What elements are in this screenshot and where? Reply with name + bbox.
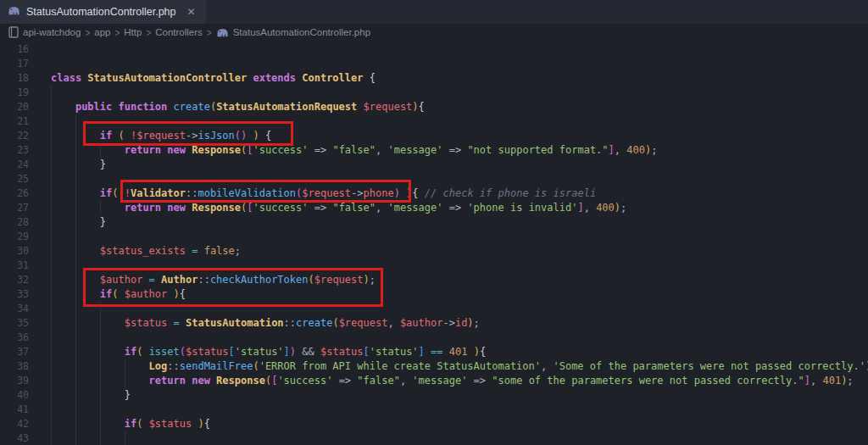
line-number[interactable]: 26 [0,186,51,201]
code-line[interactable]: 26 if( !Validator::mobileValidation($req… [0,186,868,201]
code-line[interactable]: 39 return new Response(['success' => "fa… [0,374,868,388]
breadcrumb-item-app[interactable]: app [94,27,110,37]
close-icon[interactable]: ✕ [187,6,196,18]
indent-guide [51,100,52,114]
line-number[interactable]: 41 [0,403,51,417]
line-number[interactable]: 40 [0,388,51,403]
code-text: return new Response(['success' => "false… [51,201,868,215]
indent-guide [51,244,52,259]
code-line[interactable]: 31 [0,259,868,273]
code-line[interactable]: 28 } [0,215,868,230]
code-line[interactable]: 42 if( $status ){ [0,417,868,431]
breadcrumb: api-watchdog>app>Http>Controllers> Statu… [0,24,868,41]
code-line[interactable]: 38 Log::sendMailFree('ERROR from API whi… [0,359,868,374]
breadcrumb-item-controllers[interactable]: Controllers [155,27,203,37]
code-line[interactable]: 41 [0,403,868,417]
code-line[interactable]: 37 if( isset($status['status']) && $stat… [0,345,868,359]
code-text: } [51,215,868,230]
code-line[interactable]: 24 } [0,158,868,172]
breadcrumb-separator: > [85,26,90,38]
indent-guide [51,172,52,186]
tab-statusautomationcontroller[interactable]: StatusAutomationController.php ✕ [0,0,206,24]
code-line[interactable]: 22 if ( !$request->isJson() ) { [0,129,868,143]
code-line[interactable]: 25 [0,172,868,186]
line-number[interactable]: 42 [0,417,51,431]
code-text: $status = StatusAutomation::create($requ… [51,316,868,331]
line-number[interactable]: 39 [0,374,51,388]
line-number[interactable]: 29 [0,230,51,244]
code-line[interactable]: 35 $status = StatusAutomation::create($r… [0,316,868,331]
code-line[interactable]: 34 [0,302,868,316]
code-line[interactable]: 29 [0,230,868,244]
indent-guide [125,374,125,388]
indent-guide [51,186,52,201]
line-number[interactable]: 21 [0,114,51,129]
line-number[interactable]: 28 [0,215,51,230]
indent-guide [75,186,76,201]
code-line[interactable]: 27 return new Response(['success' => "fa… [0,201,868,215]
line-number[interactable]: 35 [0,316,51,331]
indent-guide [100,316,101,331]
code-line[interactable]: 40 } [0,388,868,403]
code-line[interactable]: 43 [0,431,868,445]
line-number[interactable]: 34 [0,302,51,316]
line-number[interactable]: 18 [0,71,51,86]
indent-guide [75,259,76,273]
indent-guide [100,143,101,158]
line-number[interactable]: 22 [0,129,51,143]
line-number[interactable]: 30 [0,244,51,259]
indent-guide [51,302,52,316]
code-text: if( !Validator::mobileValidation($reques… [51,186,868,201]
line-number[interactable]: 33 [0,287,51,302]
line-number[interactable]: 23 [0,143,51,158]
code-line[interactable]: 16 [0,42,868,57]
indent-guide [100,345,101,359]
code-text [51,172,868,186]
code-line[interactable]: 36 [0,331,868,345]
code-line[interactable]: 17 [0,57,868,71]
php-elephant-icon [216,26,229,39]
code-text: $author = Author::checkAuthorToken($requ… [51,273,868,287]
indent-guide [51,388,52,403]
code-text: return new Response(['success' => "false… [51,374,868,388]
code-text [51,57,868,71]
code-editor[interactable]: 161718class StatusAutomationController e… [0,41,868,445]
line-number[interactable]: 36 [0,331,51,345]
code-line[interactable]: 18class StatusAutomationController exten… [0,71,868,86]
line-number[interactable]: 24 [0,158,51,172]
code-text: } [51,158,868,172]
line-number[interactable]: 43 [0,431,51,445]
line-number[interactable]: 27 [0,201,51,215]
indent-guide [51,316,52,331]
code-text [51,331,868,345]
code-line[interactable]: 23 return new Response(['success' => "fa… [0,143,868,158]
line-number[interactable]: 32 [0,273,51,287]
breadcrumb-item-api-watchdog[interactable]: api-watchdog [23,27,81,37]
code-line[interactable]: 32 $author = Author::checkAuthorToken($r… [0,273,868,287]
indent-guide [100,359,101,374]
line-number[interactable]: 19 [0,86,51,100]
indent-guide [51,259,52,273]
code-text: if( $author ){ [51,287,868,302]
code-line[interactable]: 33 if( $author ){ [0,287,868,302]
line-number[interactable]: 16 [0,42,51,57]
breadcrumb-item-statusautomationcontroller-php[interactable]: StatusAutomationController.php [233,27,370,37]
line-number[interactable]: 37 [0,345,51,359]
breadcrumb-item-http[interactable]: Http [124,27,142,37]
indent-guide [51,345,52,359]
indent-guide [75,215,76,230]
code-line[interactable]: 20 public function create(StatusAutomati… [0,100,868,114]
line-number[interactable]: 20 [0,100,51,114]
indent-guide [51,417,52,431]
code-text [51,114,868,129]
tab-bar: StatusAutomationController.php ✕ [0,0,868,24]
indent-guide [75,374,76,388]
line-number[interactable]: 31 [0,259,51,273]
code-line[interactable]: 21 [0,114,868,129]
line-number[interactable]: 25 [0,172,51,186]
code-line[interactable]: 30 $status_exists = false; [0,244,868,259]
line-number[interactable]: 17 [0,57,51,71]
indent-guide [100,417,101,431]
line-number[interactable]: 38 [0,359,51,374]
code-line[interactable]: 19 [0,86,868,100]
